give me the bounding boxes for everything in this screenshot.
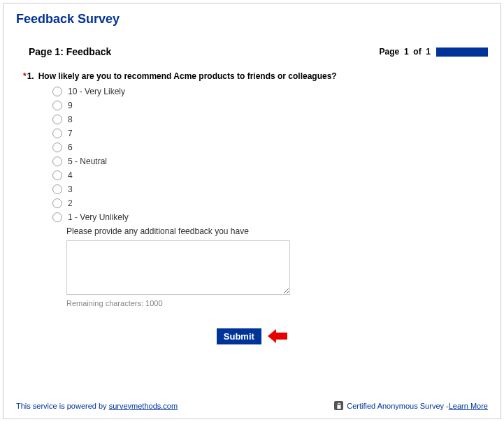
radio-icon[interactable] [52,115,62,124]
submit-button[interactable]: Submit [217,328,261,344]
option-label: 3 [68,184,73,194]
option-label: 8 [68,115,73,124]
radio-icon[interactable] [52,198,62,208]
footer-powered: This service is powered by surveymethods… [16,402,178,410]
option-6[interactable]: 6 [52,143,488,152]
option-label: 5 - Neutral [68,157,107,166]
question-block: * 1. How likely are you to recommend Acm… [16,71,488,307]
option-label: 2 [68,198,73,208]
option-label: 7 [68,129,73,138]
feedback-section: Please provide any additional feedback y… [23,226,488,307]
option-4[interactable]: 4 [52,170,488,180]
option-3[interactable]: 3 [52,184,488,194]
progress-bar [436,48,488,57]
question-text: How likely are you to recommend Acme pro… [38,71,337,81]
page-header: Page 1: Feedback Page 1 of 1 [16,46,488,57]
page-indicator-prefix: Page [380,47,400,57]
option-label: 4 [68,170,73,180]
svg-marker-0 [268,329,287,343]
submit-row: Submit [16,328,488,345]
survey-title: Feedback Survey [16,12,488,27]
options-list: 10 - Very Likely 9 8 7 6 5 - Neutral 4 3… [23,87,488,222]
cert-text: Certified Anonymous Survey - [347,402,449,410]
option-label: 10 - Very Likely [68,87,125,96]
option-10[interactable]: 10 - Very Likely [52,87,488,96]
option-5[interactable]: 5 - Neutral [52,157,488,166]
question-number: 1. [27,71,34,81]
learn-more-link[interactable]: Learn More [449,402,488,410]
question-row: * 1. How likely are you to recommend Acm… [23,71,488,81]
radio-icon[interactable] [52,87,62,96]
radio-icon[interactable] [52,129,62,138]
option-label: 6 [68,143,73,152]
feedback-label: Please provide any additional feedback y… [66,226,488,236]
option-7[interactable]: 7 [52,129,488,138]
page-current: 1 [404,47,409,57]
survey-container: Feedback Survey Page 1: Feedback Page 1 … [3,3,501,419]
radio-icon[interactable] [52,157,62,166]
radio-icon[interactable] [52,101,62,110]
option-1[interactable]: 1 - Very Unlikely [52,212,488,222]
option-label: 9 [68,101,73,110]
page-total: 1 [426,47,431,57]
footer-cert: Certified Anonymous Survey - Learn More [334,401,488,410]
option-9[interactable]: 9 [52,101,488,110]
feedback-textarea[interactable] [66,240,290,295]
lock-icon [334,401,343,410]
page-indicator: Page 1 of 1 [380,47,488,57]
page-of: of [413,47,421,57]
arrow-left-icon [268,329,287,345]
option-2[interactable]: 2 [52,198,488,208]
page-title: Page 1: Feedback [29,46,111,57]
radio-icon[interactable] [52,184,62,194]
radio-icon[interactable] [52,212,62,222]
powered-link[interactable]: surveymethods.com [109,402,178,410]
footer: This service is powered by surveymethods… [16,401,488,410]
required-indicator: * [23,71,27,81]
option-label: 1 - Very Unlikely [68,212,129,222]
powered-prefix: This service is powered by [16,402,109,410]
char-counter: Remaining characters: 1000 [66,299,488,307]
radio-icon[interactable] [52,143,62,152]
option-8[interactable]: 8 [52,115,488,124]
radio-icon[interactable] [52,170,62,180]
